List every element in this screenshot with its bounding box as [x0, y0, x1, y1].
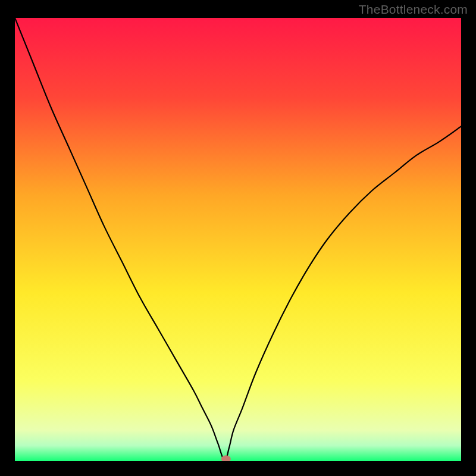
plot-area: [15, 18, 461, 461]
gradient-background: [15, 18, 461, 461]
bottleneck-chart: [15, 18, 461, 461]
chart-frame: TheBottleneck.com: [0, 0, 476, 476]
attribution-text: TheBottleneck.com: [359, 2, 468, 17]
